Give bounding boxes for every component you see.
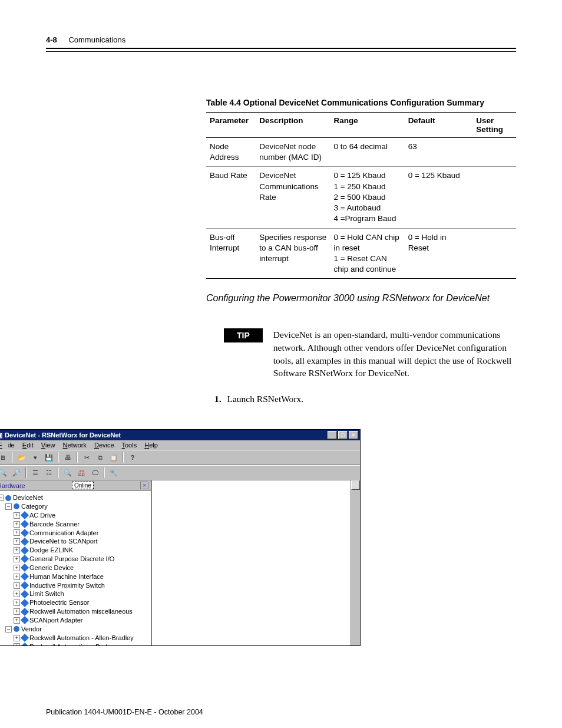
close-button[interactable]: ×: [349, 431, 358, 439]
copy-icon[interactable]: ⧉: [94, 452, 106, 463]
node-icon: [21, 607, 29, 615]
tip-text: DeviceNet is an open-standard, multi-ven…: [273, 328, 516, 380]
expand-icon[interactable]: +: [14, 591, 20, 597]
node-label: Rockwell Automation - Dodge: [29, 643, 114, 646]
node-label: Vendor: [21, 625, 42, 634]
tree-item[interactable]: +SCANport Adapter: [0, 616, 150, 625]
canvas-area[interactable]: [152, 480, 360, 645]
menu-help[interactable]: Help: [144, 442, 158, 449]
table-row: Bus-off InterruptSpecifies response to a…: [206, 228, 516, 279]
wrench-icon[interactable]: 🔧: [108, 467, 120, 479]
app-icon: ▣: [0, 431, 2, 439]
tree-vendor[interactable]: –Vendor: [0, 625, 150, 634]
expand-icon[interactable]: –: [5, 626, 12, 633]
panel-close-icon[interactable]: ×: [140, 482, 148, 489]
layout1-icon[interactable]: ☰: [29, 467, 41, 479]
scroll-thumb[interactable]: [351, 480, 360, 490]
th-default: Default: [405, 113, 473, 138]
tree-item[interactable]: +Rockwell Automation - Allen-Bradley: [0, 634, 150, 643]
node-icon: [21, 546, 29, 555]
page-number: 4-8: [46, 35, 57, 44]
zoom-out-icon[interactable]: 🔎: [11, 467, 22, 479]
paste-icon[interactable]: 📋: [108, 452, 120, 463]
menu-edit[interactable]: Edit: [22, 442, 34, 449]
vertical-scrollbar[interactable]: [351, 480, 360, 645]
expand-icon[interactable]: +: [14, 529, 20, 536]
th-range: Range: [330, 113, 404, 138]
tree-item[interactable]: +Limit Switch: [0, 589, 150, 598]
tree-item[interactable]: +AC Drive: [0, 511, 150, 520]
table-cell: [472, 228, 516, 279]
tree-item[interactable]: +Barcode Scanner: [0, 520, 150, 529]
tree-item[interactable]: +Rockwell Automation - Dodge: [0, 643, 150, 646]
expand-icon[interactable]: +: [14, 556, 20, 562]
device-tree[interactable]: –DeviceNet–Category+AC Drive+Barcode Sca…: [0, 491, 151, 645]
tree-item[interactable]: +Dodge EZLINK: [0, 546, 150, 555]
node-label: AC Drive: [29, 511, 55, 520]
menu-tools[interactable]: Tools: [121, 442, 137, 449]
tree-item[interactable]: +Generic Device: [0, 564, 150, 572]
node-label: Category: [21, 502, 48, 511]
expand-icon[interactable]: +: [14, 617, 20, 624]
save-icon[interactable]: 💾: [43, 452, 55, 463]
expand-icon[interactable]: –: [0, 495, 4, 501]
titlebar[interactable]: ▣ DeviceNet - RSNetWorx for DeviceNet _ …: [0, 430, 360, 440]
node-icon: [14, 503, 19, 509]
help-icon[interactable]: ?: [127, 452, 138, 463]
new-icon[interactable]: 🗎: [0, 452, 9, 463]
expand-icon[interactable]: +: [14, 512, 20, 519]
expand-icon[interactable]: +: [14, 608, 20, 615]
online-button[interactable]: Online: [72, 482, 94, 489]
tree-item[interactable]: +DeviceNet to SCANport: [0, 537, 150, 546]
tree-item[interactable]: +General Purpose Discrete I/O: [0, 555, 150, 564]
network-icon[interactable]: 品: [75, 467, 87, 479]
step-number: 1.: [214, 394, 222, 404]
expand-icon[interactable]: +: [14, 565, 20, 571]
minimize-button[interactable]: _: [328, 431, 337, 439]
section-subheading: Configuring the Powermonitor 3000 using …: [206, 293, 516, 304]
expand-icon[interactable]: +: [14, 547, 20, 554]
tree-item[interactable]: +Inductive Proximity Switch: [0, 581, 150, 590]
expand-icon[interactable]: –: [5, 503, 12, 510]
tree-item[interactable]: +Rockwell Automation miscellaneous: [0, 607, 150, 616]
expand-icon[interactable]: +: [14, 574, 20, 580]
node-label: Dodge EZLINK: [29, 546, 73, 555]
dropdown-icon[interactable]: ▾: [29, 452, 41, 463]
menubar[interactable]: File Edit View Network Device Tools Help: [0, 440, 360, 450]
node-label: Barcode Scanner: [29, 520, 80, 529]
menu-device[interactable]: Device: [94, 442, 114, 449]
table-cell: 0 to 64 decimal: [330, 138, 404, 167]
menu-view[interactable]: View: [41, 442, 55, 449]
node-icon: [21, 538, 29, 546]
cut-icon[interactable]: ✂: [81, 452, 92, 463]
expand-icon[interactable]: +: [14, 582, 20, 589]
node-label: General Purpose Discrete I/O: [29, 555, 114, 564]
print-icon[interactable]: 🖶: [62, 452, 74, 463]
menu-file[interactable]: File: [0, 442, 15, 449]
tree-item[interactable]: +Communication Adapter: [0, 529, 150, 538]
tree-item[interactable]: +Human Machine Interface: [0, 572, 150, 581]
table-cell: [472, 138, 516, 167]
zoom-in-icon[interactable]: 🔍: [0, 467, 9, 479]
open-icon[interactable]: 📂: [16, 452, 28, 463]
expand-icon[interactable]: +: [14, 538, 20, 545]
menu-network[interactable]: Network: [63, 442, 87, 449]
node-icon: [21, 643, 29, 645]
table-row: Baud RateDeviceNet Communications Rate0 …: [206, 167, 516, 228]
layout2-icon[interactable]: ☷: [43, 467, 55, 479]
node-label: Generic Device: [29, 564, 74, 572]
expand-icon[interactable]: +: [14, 599, 20, 606]
find-icon[interactable]: 🔍: [62, 467, 74, 479]
tree-item[interactable]: +Photoelectric Sensor: [0, 598, 150, 607]
expand-icon[interactable]: +: [14, 643, 20, 645]
tree-category[interactable]: –Category: [0, 502, 150, 511]
tree-root[interactable]: –DeviceNet: [0, 493, 150, 502]
maximize-button[interactable]: □: [338, 431, 348, 439]
running-head: 4-8 Communications: [46, 35, 516, 44]
monitor-icon[interactable]: 🖵: [89, 467, 101, 479]
expand-icon[interactable]: +: [14, 635, 20, 641]
th-description: Description: [256, 113, 330, 138]
th-parameter: Parameter: [206, 113, 256, 138]
node-label: DeviceNet: [13, 493, 43, 502]
expand-icon[interactable]: +: [14, 521, 20, 528]
